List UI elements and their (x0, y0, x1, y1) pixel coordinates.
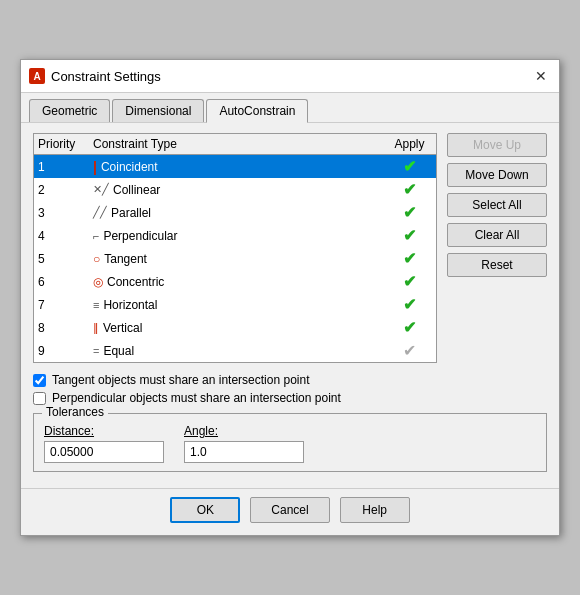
distance-label: Distance: (44, 424, 164, 438)
row-num: 3 (38, 206, 93, 220)
row-apply: ✔ (387, 180, 432, 199)
row-apply: ✔ (387, 272, 432, 291)
app-icon: A (29, 68, 45, 84)
table-row[interactable]: 2 ✕╱ Collinear ✔ (34, 178, 436, 201)
table-row[interactable]: 6 ◎ Concentric ✔ (34, 270, 436, 293)
row-num: 9 (38, 344, 93, 358)
collinear-icon: ✕╱ (93, 183, 109, 196)
table-row[interactable]: 7 ≡ Horizontal ✔ (34, 293, 436, 316)
tangent-checkbox-label[interactable]: Tangent objects must share an intersecti… (52, 373, 309, 387)
dialog-content: Priority Constraint Type Apply 1 | Coinc… (21, 123, 559, 482)
dialog-footer: OK Cancel Help (21, 488, 559, 535)
checkboxes-section: Tangent objects must share an intersecti… (33, 373, 547, 405)
distance-input[interactable] (44, 441, 164, 463)
select-all-button[interactable]: Select All (447, 193, 547, 217)
row-num: 5 (38, 252, 93, 266)
row-num: 2 (38, 183, 93, 197)
row-num: 1 (38, 160, 93, 174)
close-button[interactable]: ✕ (531, 66, 551, 86)
table-row[interactable]: 5 ○ Tangent ✔ (34, 247, 436, 270)
row-label: ‖ Vertical (93, 321, 387, 335)
row-label: ✕╱ Collinear (93, 183, 387, 197)
cancel-button[interactable]: Cancel (250, 497, 329, 523)
tolerances-legend: Tolerances (42, 405, 108, 419)
row-label: ⌐ Perpendicular (93, 229, 387, 243)
table-header: Priority Constraint Type Apply (34, 134, 436, 155)
row-num: 8 (38, 321, 93, 335)
row-apply: ✔ (387, 341, 432, 360)
table-row[interactable]: 3 ╱╱ Parallel ✔ (34, 201, 436, 224)
concentric-icon: ◎ (93, 275, 103, 289)
move-up-button[interactable]: Move Up (447, 133, 547, 157)
perpendicular-checkbox-row: Perpendicular objects must share an inte… (33, 391, 547, 405)
table-row[interactable]: 1 | Coincident ✔ (34, 155, 436, 178)
clear-all-button[interactable]: Clear All (447, 223, 547, 247)
tangent-checkbox[interactable] (33, 374, 46, 387)
row-label: = Equal (93, 344, 387, 358)
ok-button[interactable]: OK (170, 497, 240, 523)
row-label: ╱╱ Parallel (93, 206, 387, 220)
tabs-bar: Geometric Dimensional AutoConstrain (21, 93, 559, 123)
tangent-checkbox-row: Tangent objects must share an intersecti… (33, 373, 547, 387)
row-apply: ✔ (387, 295, 432, 314)
angle-field-group: Angle: (184, 424, 304, 463)
constraint-table: Priority Constraint Type Apply 1 | Coinc… (33, 133, 437, 363)
row-apply: ✔ (387, 226, 432, 245)
tangent-icon: ○ (93, 252, 100, 266)
table-row[interactable]: 9 = Equal ✔ (34, 339, 436, 362)
distance-field-group: Distance: (44, 424, 164, 463)
perpendicular-icon: ⌐ (93, 230, 99, 242)
equal-icon: = (93, 345, 99, 357)
row-num: 6 (38, 275, 93, 289)
tolerances-group: Tolerances Distance: Angle: (33, 413, 547, 472)
row-apply: ✔ (387, 318, 432, 337)
reset-button[interactable]: Reset (447, 253, 547, 277)
col-header-apply: Apply (387, 137, 432, 151)
col-header-priority: Priority (38, 137, 93, 151)
row-label: ◎ Concentric (93, 275, 387, 289)
row-num: 4 (38, 229, 93, 243)
move-down-button[interactable]: Move Down (447, 163, 547, 187)
horizontal-icon: ≡ (93, 299, 99, 311)
tab-geometric[interactable]: Geometric (29, 99, 110, 122)
perpendicular-checkbox-label[interactable]: Perpendicular objects must share an inte… (52, 391, 341, 405)
constraint-settings-dialog: A Constraint Settings ✕ Geometric Dimens… (20, 59, 560, 536)
main-area: Priority Constraint Type Apply 1 | Coinc… (33, 133, 547, 363)
title-bar-left: A Constraint Settings (29, 68, 161, 84)
table-row[interactable]: 8 ‖ Vertical ✔ (34, 316, 436, 339)
row-apply: ✔ (387, 157, 432, 176)
table-row[interactable]: 4 ⌐ Perpendicular ✔ (34, 224, 436, 247)
row-label: ≡ Horizontal (93, 298, 387, 312)
buttons-column: Move Up Move Down Select All Clear All R… (447, 133, 547, 363)
coincident-icon: | (93, 159, 97, 175)
vertical-icon: ‖ (93, 321, 99, 334)
tab-autoconstrain[interactable]: AutoConstrain (206, 99, 308, 123)
row-apply: ✔ (387, 249, 432, 268)
row-apply: ✔ (387, 203, 432, 222)
row-label: ○ Tangent (93, 252, 387, 266)
tab-dimensional[interactable]: Dimensional (112, 99, 204, 122)
title-bar: A Constraint Settings ✕ (21, 60, 559, 93)
perpendicular-checkbox[interactable] (33, 392, 46, 405)
col-header-type: Constraint Type (93, 137, 387, 151)
angle-input[interactable] (184, 441, 304, 463)
angle-label: Angle: (184, 424, 304, 438)
row-label: | Coincident (93, 159, 387, 175)
parallel-icon: ╱╱ (93, 206, 107, 219)
dialog-title: Constraint Settings (51, 69, 161, 84)
tolerances-fields: Distance: Angle: (44, 424, 536, 463)
row-num: 7 (38, 298, 93, 312)
help-button[interactable]: Help (340, 497, 410, 523)
